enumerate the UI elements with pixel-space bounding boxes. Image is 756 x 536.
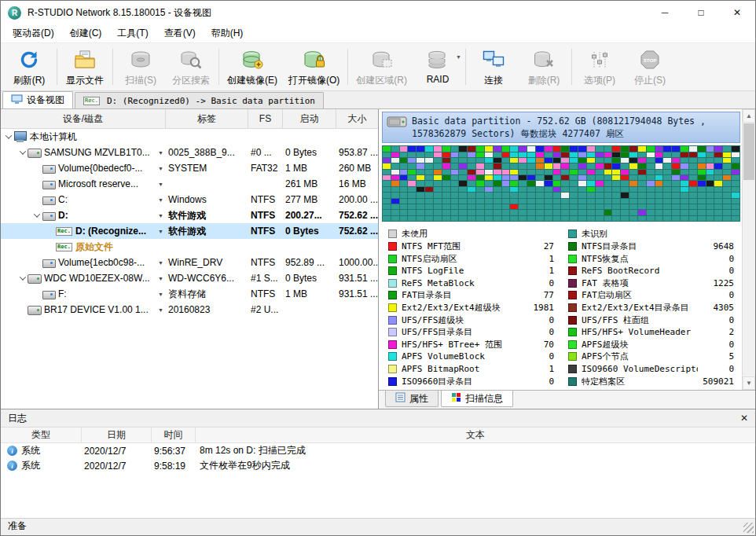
log-close-icon[interactable]: ✕ [740, 413, 748, 424]
expand-chevron-icon[interactable] [4, 134, 13, 139]
scrollbar-track[interactable] [743, 181, 755, 376]
scan-button[interactable]: 扫描(S) [116, 45, 166, 89]
menu-item-tools[interactable]: 工具(T) [109, 24, 156, 42]
scan-block [714, 146, 722, 151]
tree-row-6[interactable]: D: (Recognize...▼软件游戏NTFS0 Bytes752.62 .… [1, 223, 378, 239]
scan-block [638, 163, 646, 168]
create-region-button[interactable]: 创建区域(R) [350, 45, 413, 89]
row-dropdown-arrow-icon[interactable]: ▼ [156, 166, 166, 171]
column-header-label[interactable]: 标签 [166, 109, 248, 128]
scan-block [578, 170, 586, 174]
row-dropdown-arrow-icon[interactable]: ▼ [156, 213, 166, 218]
raid-dropdown-arrow[interactable]: ▼ [456, 54, 461, 60]
scan-block [570, 170, 578, 174]
stop-button[interactable]: STOP 停止(S) [625, 45, 675, 89]
tree-row-11[interactable]: BR17 DEVICE V1.00 1...▼20160823#2 U... [1, 302, 378, 318]
log-column-type[interactable]: 类型 [1, 428, 82, 442]
legend-item: NTFS LogFile1 [388, 265, 559, 277]
column-header-boot[interactable]: 启动 [283, 109, 336, 128]
row-dropdown-arrow-icon[interactable]: ▼ [156, 150, 166, 156]
scan-blockmap[interactable] [382, 145, 740, 222]
row-dropdown-arrow-icon[interactable]: ▼ [156, 197, 166, 203]
scroll-up-icon[interactable]: ▲ [743, 109, 755, 123]
expand-chevron-icon[interactable] [32, 213, 42, 218]
log-column-text[interactable]: 文本 [196, 428, 755, 442]
raid-button[interactable]: RAID ▼ [413, 45, 463, 89]
scan-block [536, 175, 544, 180]
column-header-device[interactable]: 设备/磁盘 [1, 109, 166, 128]
scan-block [451, 210, 459, 215]
scan-block [689, 187, 697, 192]
show-files-button[interactable]: 显示文件 [60, 45, 110, 89]
options-button[interactable]: 选项(P) [574, 45, 625, 89]
row-dropdown-arrow-icon[interactable]: ▼ [156, 260, 166, 266]
column-header-fs[interactable]: FS [248, 109, 283, 128]
delete-button[interactable]: 删除(R) [519, 45, 569, 89]
tree-row-5[interactable]: D:▼软件游戏NTFS200.27...752.62 ... [1, 207, 378, 223]
legend-item: APFS BitmapRoot1 [388, 363, 559, 376]
log-row-0[interactable]: i系统2020/12/79:56:378m 12s on D: 扫描已完成 [1, 443, 755, 458]
column-header-size[interactable]: 大小 [336, 109, 378, 128]
log-row-1[interactable]: i系统2020/12/79:58:19文件枚举在9秒内完成 [1, 458, 755, 473]
row-dropdown-arrow-icon[interactable]: ▼ [156, 229, 166, 234]
menu-item-help[interactable]: 帮助(H) [204, 24, 251, 42]
maximize-button[interactable]: □ [683, 1, 719, 24]
legend-item: UFS/FFS超级块0 [388, 314, 559, 326]
minimize-button[interactable]: ─ [647, 1, 683, 24]
size-cell: 931.51 ... [336, 273, 378, 284]
resize-grip-icon[interactable] [743, 523, 754, 533]
partition-search-button[interactable]: 分区搜索 [166, 45, 216, 89]
scan-block [621, 175, 629, 180]
tree-row-4[interactable]: C:▼WindowsNTFS277 MB200.00 ... [1, 192, 378, 207]
tree-row-2[interactable]: Volume{0bedecf0-...▼SYSTEMFAT321 MB260 M… [1, 160, 378, 176]
row-dropdown-arrow-icon[interactable]: ▼ [156, 276, 166, 281]
tab-properties[interactable]: 属性 [385, 391, 439, 407]
tree-row-3[interactable]: Microsoft reserve...▼261 MB16 MB [1, 176, 378, 192]
tree-row-9[interactable]: WDC WD10EZEX-08W...▼WD-WCC6Y6...#1 S...0… [1, 270, 378, 286]
tree-row-8[interactable]: Volume{1ecb0c98-...▼WinRE_DRVNTFS952.89 … [1, 255, 378, 270]
scan-block [612, 199, 620, 204]
menu-item-create[interactable]: 创建(C) [62, 24, 110, 42]
scan-block [459, 210, 467, 215]
scan-block [553, 204, 561, 209]
scan-block [417, 181, 424, 185]
tree-row-1[interactable]: SAMSUNG MZVLB1T0...▼0025_388B_9...#0 ...… [1, 145, 378, 160]
scan-block [587, 204, 595, 209]
tree-row-10[interactable]: F:▼资料存储NTFS1 MB931.51 ... [1, 286, 378, 302]
menu-item-view[interactable]: 查看(V) [156, 24, 204, 42]
expand-chevron-icon[interactable] [18, 276, 28, 281]
scan-block [578, 187, 586, 192]
close-button[interactable]: ✕ [719, 1, 755, 24]
scan-block [494, 170, 501, 174]
expand-chevron-icon[interactable] [18, 150, 28, 155]
log-column-time[interactable]: 时间 [152, 428, 196, 442]
tab-scan-result[interactable]: D: (Recognized0) -> Basic data partition [75, 92, 324, 108]
scan-block [519, 204, 527, 209]
open-image-button[interactable]: 打开镜像(O) [283, 45, 345, 89]
scan-block [714, 181, 722, 185]
log-column-date[interactable]: 日期 [82, 428, 152, 442]
legend-swatch [568, 340, 577, 349]
row-dropdown-arrow-icon[interactable]: ▼ [156, 292, 166, 297]
scan-block [578, 210, 586, 215]
create-image-button[interactable]: 创建镜像(E) [222, 45, 283, 89]
tree-row-7[interactable]: 原始文件 [1, 239, 378, 255]
legend-item: APFS个节点5 [568, 351, 739, 363]
scan-block [468, 187, 475, 192]
refresh-button[interactable]: 刷新(R) [4, 45, 54, 89]
menu-item-drives[interactable]: 驱动器(D) [5, 24, 62, 42]
row-dropdown-arrow-icon[interactable]: ▼ [156, 182, 166, 187]
tree-row-0[interactable]: 本地计算机 [1, 129, 378, 145]
vertical-scrollbar[interactable]: ▲ ▼ [742, 109, 755, 390]
tab-device-view[interactable]: 设备视图 [2, 91, 73, 108]
scan-block [391, 181, 399, 185]
scrollbar-thumb[interactable] [743, 123, 754, 180]
scan-block [604, 163, 612, 168]
scroll-down-icon[interactable]: ▼ [743, 376, 755, 390]
scan-block [732, 146, 739, 151]
tab-scan-info[interactable]: 扫描信息 [441, 391, 513, 407]
scan-block [647, 163, 655, 168]
scan-block [459, 146, 467, 151]
row-dropdown-arrow-icon[interactable]: ▼ [156, 307, 166, 313]
connect-button[interactable]: 连接 [468, 45, 519, 89]
